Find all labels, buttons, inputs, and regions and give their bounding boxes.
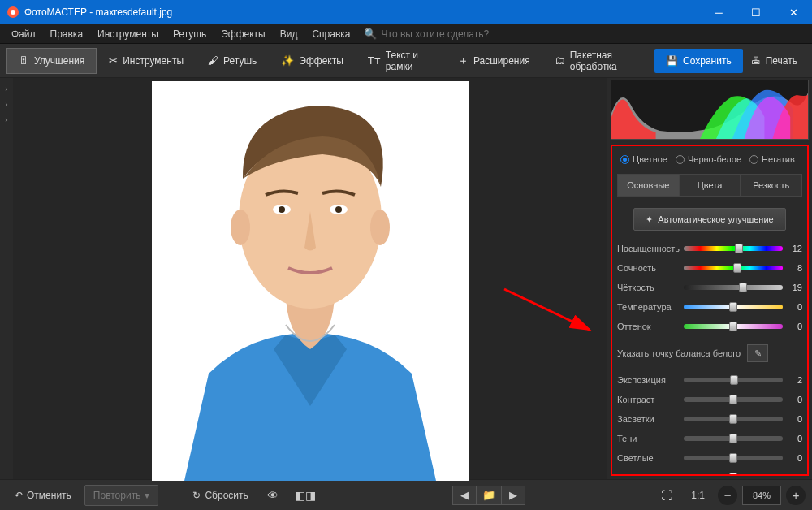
slider-track[interactable] bbox=[684, 436, 783, 441]
slider-track[interactable] bbox=[684, 246, 783, 251]
chevron-right-icon[interactable]: › bbox=[5, 100, 7, 109]
app-logo-icon bbox=[6, 6, 19, 19]
white-balance-eyedropper-button[interactable]: ✎ bbox=[747, 344, 768, 362]
histogram[interactable] bbox=[611, 80, 809, 140]
slider-knob[interactable] bbox=[729, 473, 737, 476]
slider-value: 0 bbox=[783, 473, 802, 476]
slider-knob[interactable] bbox=[735, 244, 743, 253]
menu-view[interactable]: Вид bbox=[274, 26, 304, 42]
zoom-in-button[interactable]: + bbox=[786, 486, 806, 505]
prev-file-button[interactable]: ◀ bbox=[452, 486, 477, 505]
slider-knob[interactable] bbox=[729, 453, 737, 463]
slider-track[interactable] bbox=[684, 378, 783, 382]
slider-track[interactable] bbox=[684, 456, 783, 460]
slider-track[interactable] bbox=[684, 285, 783, 290]
one-to-one-button[interactable]: 1:1 bbox=[683, 486, 713, 505]
menu-retouch[interactable]: Ретушь bbox=[166, 26, 213, 42]
zoom-out-button[interactable]: − bbox=[718, 486, 737, 505]
slider-knob[interactable] bbox=[729, 322, 737, 331]
svg-point-8 bbox=[279, 206, 285, 213]
chevron-right-icon[interactable]: › bbox=[5, 84, 7, 93]
next-file-button[interactable]: ▶ bbox=[501, 486, 525, 505]
compare-icon: ◧◨ bbox=[295, 489, 316, 502]
window-maximize-button[interactable]: ☐ bbox=[737, 0, 775, 24]
tab-enhancements[interactable]: 🎚Улучшения bbox=[6, 48, 97, 74]
slider-row: Температура0 bbox=[617, 297, 802, 317]
slider-knob[interactable] bbox=[733, 263, 741, 273]
subtab-basic[interactable]: Основные bbox=[618, 175, 680, 196]
svg-line-10 bbox=[504, 289, 590, 330]
slider-track[interactable] bbox=[684, 475, 783, 476]
slider-track[interactable] bbox=[684, 305, 783, 309]
svg-point-5 bbox=[370, 210, 390, 245]
print-button[interactable]: 🖶Печать bbox=[743, 49, 806, 73]
tab-effects[interactable]: ✨Эффекты bbox=[269, 48, 356, 74]
save-icon: 💾 bbox=[666, 55, 678, 67]
tab-tools[interactable]: ✂Инструменты bbox=[97, 48, 196, 74]
tab-retouch[interactable]: 🖌Ретушь bbox=[196, 48, 269, 74]
reset-button[interactable]: ↻Сбросить bbox=[184, 486, 256, 505]
tab-extensions-label: Расширения bbox=[473, 55, 530, 67]
photo-canvas[interactable] bbox=[152, 81, 469, 481]
slider-label: Контраст bbox=[617, 395, 684, 404]
slider-knob[interactable] bbox=[730, 375, 738, 385]
slider-value: 0 bbox=[783, 322, 802, 331]
radio-color-label: Цветное bbox=[633, 154, 667, 164]
sliders-icon: 🎚 bbox=[19, 54, 29, 67]
slider-label: Светлые bbox=[617, 453, 684, 463]
zoom-value[interactable]: 84% bbox=[742, 486, 781, 505]
slider-knob[interactable] bbox=[729, 434, 737, 443]
subtab-sharp[interactable]: Резкость bbox=[741, 175, 801, 196]
auto-enhance-button[interactable]: ✦ Автоматическое улучшение bbox=[633, 208, 786, 231]
slider-group-tone: Экспозиция2Контраст0Засветки0Тени0Светлы… bbox=[617, 370, 802, 476]
slider-knob[interactable] bbox=[729, 302, 737, 312]
svg-point-4 bbox=[231, 210, 250, 245]
slider-value: 0 bbox=[783, 414, 802, 424]
slider-track[interactable] bbox=[684, 266, 783, 270]
menu-file[interactable]: Файл bbox=[5, 26, 42, 42]
menu-instruments[interactable]: Инструменты bbox=[91, 26, 165, 42]
slider-knob[interactable] bbox=[729, 395, 737, 404]
eyedropper-icon: ✎ bbox=[754, 348, 762, 359]
canvas-area[interactable] bbox=[13, 78, 607, 479]
menu-effects[interactable]: Эффекты bbox=[214, 26, 272, 42]
radio-negative[interactable]: Негатив bbox=[749, 154, 795, 164]
adjustments-panel: Цветное Черно-белое Негатив Основные Цве… bbox=[611, 145, 809, 476]
subtab-colors[interactable]: Цвета bbox=[680, 175, 741, 196]
tab-extensions[interactable]: ＋Расширения bbox=[446, 48, 542, 74]
tab-text[interactable]: TᴛТекст и рамки bbox=[356, 48, 446, 74]
save-button[interactable]: 💾Сохранить bbox=[654, 49, 743, 73]
compare-button[interactable]: ◧◨ bbox=[289, 485, 322, 506]
tab-batch-label: Пакетная обработка bbox=[570, 50, 642, 72]
menu-edit[interactable]: Правка bbox=[44, 26, 90, 42]
reset-label: Сбросить bbox=[205, 490, 248, 501]
sparkle-icon: ✨ bbox=[281, 54, 294, 67]
radio-bw[interactable]: Черно-белое bbox=[676, 154, 741, 164]
slider-knob[interactable] bbox=[729, 414, 737, 424]
chevron-down-icon: ▾ bbox=[145, 490, 149, 501]
slider-label: Насыщенность bbox=[617, 244, 684, 253]
window-minimize-button[interactable]: ─ bbox=[700, 0, 737, 24]
slider-row: Тёмные0 bbox=[617, 468, 802, 476]
redo-button[interactable]: Повторить ▾ bbox=[84, 485, 159, 506]
tab-batch[interactable]: 🗂Пакетная обработка bbox=[542, 48, 654, 74]
slider-value: 0 bbox=[783, 434, 802, 443]
preview-toggle-button[interactable]: 👁 bbox=[261, 485, 284, 506]
radio-color[interactable]: Цветное bbox=[620, 154, 667, 164]
tab-text-label: Текст и рамки bbox=[386, 50, 434, 72]
search-input[interactable] bbox=[382, 28, 544, 40]
menu-help[interactable]: Справка bbox=[305, 26, 356, 42]
slider-track[interactable] bbox=[684, 417, 783, 421]
chevron-right-icon[interactable]: › bbox=[5, 115, 7, 124]
slider-track[interactable] bbox=[684, 397, 783, 402]
window-title: ФотоМАСТЕР - maxresdefault.jpg bbox=[24, 6, 700, 18]
slider-row: Светлые0 bbox=[617, 448, 802, 468]
slider-knob[interactable] bbox=[739, 283, 747, 292]
open-folder-button[interactable]: 📁 bbox=[477, 486, 501, 505]
undo-button[interactable]: ↶Отменить bbox=[6, 486, 80, 505]
fit-screen-button[interactable]: ⛶ bbox=[655, 485, 678, 506]
slider-value: 19 bbox=[783, 283, 802, 292]
window-close-button[interactable]: ✕ bbox=[775, 0, 812, 24]
slider-value: 0 bbox=[783, 453, 802, 463]
slider-track[interactable] bbox=[684, 324, 783, 329]
